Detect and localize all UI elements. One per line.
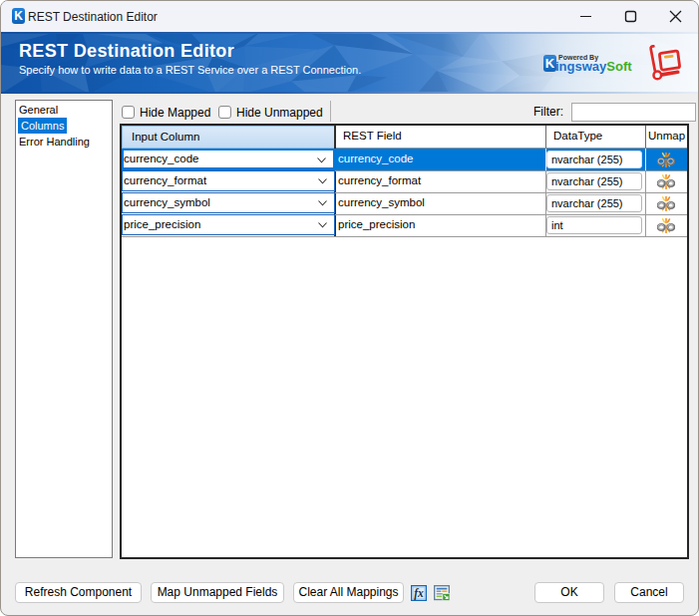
svg-text:fx: fx xyxy=(414,587,424,600)
